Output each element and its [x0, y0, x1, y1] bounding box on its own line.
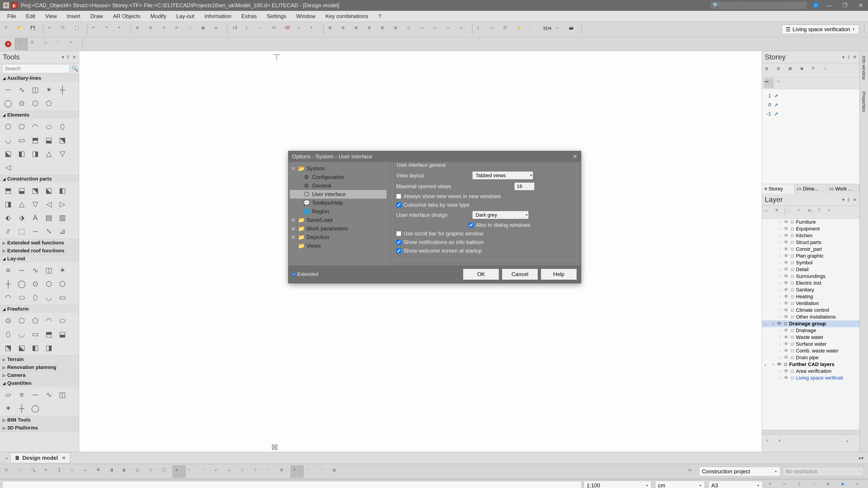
tree-depiction[interactable]: ⊞📁Depiction	[290, 233, 386, 241]
help-button[interactable]: Help	[541, 269, 577, 280]
menu-help[interactable]: ?	[373, 12, 386, 21]
status-tool-3-icon[interactable]: ┼	[795, 480, 808, 488]
tool-icon[interactable]: ⬔	[56, 134, 69, 147]
tool-icon[interactable]: ⊙	[16, 97, 28, 109]
chk-scrollbar[interactable]	[396, 231, 401, 236]
menu-draw[interactable]: Draw	[86, 12, 108, 21]
menu-extras[interactable]: Extras	[237, 12, 262, 21]
snap-rotate-icon[interactable]: ⟲	[41, 466, 54, 477]
sel-1-icon[interactable]: ▭	[418, 24, 430, 35]
snap-print-icon[interactable]: 🖶	[94, 466, 107, 477]
box-3d-icon[interactable]: ▭	[553, 24, 566, 35]
tool-icon[interactable]: ⊙	[29, 278, 41, 290]
living-space-dropdown[interactable]: ☰ Living space verification ▼	[782, 25, 859, 34]
menu-key-combinations[interactable]: Key combinations	[320, 12, 373, 21]
tool-icon[interactable]: ⬚	[16, 225, 28, 237]
tool-icon[interactable]: ⊙	[2, 314, 14, 327]
tool-icon[interactable]: ▭	[56, 291, 69, 304]
close-button[interactable]: ✕	[856, 2, 865, 8]
ruler-icon[interactable]: 📏	[514, 24, 527, 35]
panel-close-icon[interactable]: ✕	[72, 55, 76, 60]
tool-icon[interactable]: ◯	[2, 97, 14, 109]
tool-section-bim-tools[interactable]: ▷BIM Tools	[0, 416, 79, 424]
layer-help-icon[interactable]: ?	[817, 207, 827, 217]
delete-icon[interactable]: ⌫	[282, 24, 295, 35]
close-tab-icon[interactable]: ✕	[62, 455, 66, 461]
chk-always-new-row[interactable]: Always show new views in new windows	[396, 193, 572, 199]
storey-tool-3-icon[interactable]: ▦	[787, 65, 797, 75]
tree-work-parameters[interactable]: ⊞📁Work parameters	[290, 224, 386, 233]
zoom-in-icon[interactable]: ⊞	[133, 24, 146, 35]
tool-section-camera[interactable]: ▷Camera	[0, 371, 79, 379]
arrange-icon[interactable]: ▦	[199, 24, 212, 35]
chk-colourise-row[interactable]: Colourise tabs by view type	[396, 202, 572, 208]
tool-icon[interactable]: ⬠	[42, 97, 55, 109]
tab-properties[interactable]: Properties	[860, 89, 868, 115]
undo-icon[interactable]: ↶	[90, 24, 102, 35]
restriction-dropdown[interactable]: No restriction⋯	[782, 467, 864, 476]
command-input[interactable]	[2, 481, 582, 488]
construction-project-dropdown[interactable]: Construction project▼	[699, 467, 780, 476]
storey-level[interactable]: -1⬈	[764, 109, 780, 119]
layer-item[interactable]: ⟍👁⊡Plan graphic	[762, 253, 860, 259]
layer-item[interactable]: ⟍👁⊡Area verification	[762, 368, 860, 375]
tool-icon[interactable]: ⬒	[29, 134, 41, 147]
tool-icon[interactable]: ─	[2, 84, 14, 96]
status-tool-1-icon[interactable]: ≡	[766, 480, 779, 488]
tool-icon[interactable]: A	[29, 211, 41, 224]
tool-icon[interactable]: ◁	[2, 161, 14, 173]
layer-item[interactable]: ⟍👁⊡Constr_part	[762, 246, 860, 253]
tool-icon[interactable]: ┼	[56, 84, 69, 96]
extended-checkbox-row[interactable]: Extended	[292, 271, 318, 277]
panel-pin-icon[interactable]: ⇧	[847, 197, 850, 202]
tool-section-terrain[interactable]: ▷Terrain	[0, 356, 79, 363]
fit-icon[interactable]: ⛶	[186, 24, 198, 35]
paper-dropdown[interactable]: A3▼	[708, 481, 763, 488]
snap-iso2-icon[interactable]: ◧	[120, 466, 133, 477]
menu-layout[interactable]: Lay-out	[171, 12, 199, 21]
layer-item[interactable]: ⟍👁⊡Waste water	[762, 334, 860, 341]
snap-iso4-icon[interactable]: ⬠	[147, 466, 159, 477]
tree-system[interactable]: ⊟📂System	[290, 164, 386, 173]
storey-tool-1-icon[interactable]: ▤	[764, 65, 774, 75]
panel-close-icon[interactable]: ✕	[853, 55, 857, 60]
tool-icon[interactable]: ∿	[16, 84, 28, 96]
tool-icon[interactable]: ◨	[2, 198, 14, 210]
chk-welcome[interactable]	[396, 248, 401, 253]
max-views-input[interactable]	[514, 182, 535, 191]
save-icon[interactable]: 💾	[28, 24, 41, 35]
tool-icon[interactable]: ⬡	[42, 278, 55, 290]
sel-3-icon[interactable]: ▭	[444, 24, 457, 35]
zoom-out-icon[interactable]: ⊟	[147, 24, 159, 35]
tool-icon[interactable]: ⬯	[2, 328, 14, 340]
tool-icon[interactable]: ⬯	[29, 291, 41, 304]
panel-menu-icon[interactable]: ▾	[62, 55, 64, 60]
status-tool-5-icon[interactable]: ⊕	[824, 480, 837, 488]
tool-icon[interactable]: ◯	[29, 402, 41, 415]
tool-icon[interactable]: ▭	[16, 134, 28, 147]
restore-button[interactable]: ❐	[840, 2, 849, 8]
tree-save-load[interactable]: ⊞📁Save/Load	[290, 216, 386, 224]
tabs-scroll-right-icon[interactable]: ▸▾	[857, 455, 866, 461]
tool-icon[interactable]: ⬔	[2, 341, 14, 354]
menu-settings[interactable]: Settings	[262, 12, 291, 21]
tool-icon[interactable]: ⬗	[16, 211, 28, 224]
xbox-6-icon[interactable]: ⊠	[392, 24, 404, 35]
search-icon[interactable]: 🔍	[71, 66, 78, 72]
layer-item[interactable]: ⟍👁⊡Comb. waste water	[762, 348, 860, 354]
box-1-icon[interactable]: ▯	[475, 24, 487, 35]
cancel-button[interactable]: Cancel	[502, 269, 538, 280]
tool-icon[interactable]: ◡	[42, 291, 55, 304]
menu-information[interactable]: Information	[199, 12, 237, 21]
tool-icon[interactable]: ⤡	[42, 225, 55, 237]
unit-dropdown[interactable]: cm▼	[655, 481, 705, 488]
menu-ar-objects[interactable]: AR Objects	[108, 12, 145, 21]
snap-line1-icon[interactable]: ⟍	[304, 466, 316, 477]
tool-icon[interactable]: ⬭	[16, 291, 28, 304]
tool-icon[interactable]: ◨	[29, 147, 41, 160]
tool-icon[interactable]: △	[42, 147, 55, 160]
tool-section-elements[interactable]: ◢Elements	[0, 111, 79, 119]
chk-always-new[interactable]	[396, 194, 401, 199]
status-tool-6-icon[interactable]: ◉	[839, 480, 851, 488]
tool-icon[interactable]: ⬒	[2, 184, 14, 197]
